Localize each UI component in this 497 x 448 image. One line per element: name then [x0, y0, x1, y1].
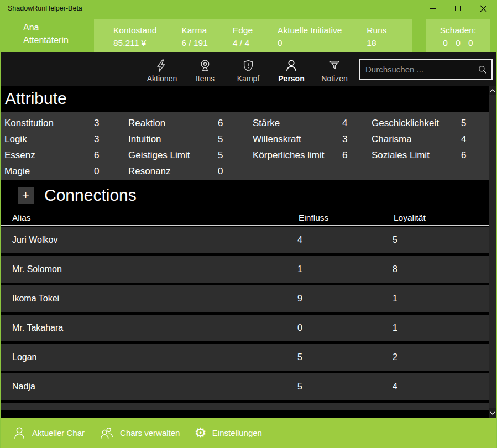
attribute-label: Konstitution: [4, 118, 94, 129]
add-connection-button[interactable]: +: [18, 187, 34, 204]
attribute-geistiges-limit[interactable]: Geistiges Limit5: [128, 147, 253, 163]
connection-alias: Mr. Solomon: [12, 264, 62, 274]
connections-section-title: Connections: [44, 180, 137, 211]
tab-label: Aktionen: [147, 74, 177, 83]
connection-loyalitaet: 8: [393, 264, 397, 274]
table-row[interactable]: Mr. Takahara 0 1: [1, 315, 489, 341]
scroll-down-button[interactable]: [489, 408, 496, 418]
stats-box: Kontostand 85.211 ¥ Karma 6 / 191 Edge 4…: [94, 19, 412, 52]
attribute-value: 5: [218, 150, 223, 161]
column-header-loyalitaet: Loyalität: [394, 213, 426, 223]
attribute-konstitution[interactable]: Konstitution3: [4, 115, 128, 131]
stat-label: Aktuelle Initiative: [278, 24, 342, 36]
attribute-label: Intuition: [128, 134, 218, 145]
tab-label: Person: [278, 74, 304, 83]
tab-items[interactable]: Items: [184, 52, 227, 86]
attribute-value: 5: [461, 118, 466, 129]
damage-box: Schaden: 0 0 0: [426, 19, 490, 52]
table-row[interactable]: Mr. Solomon 1 8: [1, 256, 489, 283]
attribute-reaktion[interactable]: Reaktion6: [128, 115, 253, 131]
damage-label: Schaden:: [426, 24, 490, 36]
maximize-button[interactable]: [445, 0, 470, 17]
connection-loyalitaet: 5: [393, 235, 397, 245]
scroll-up-button[interactable]: [489, 86, 496, 95]
footer-item-label: Einstellungen: [212, 428, 262, 437]
attribute-resonanz[interactable]: Resonanz0: [128, 163, 253, 179]
connection-einfluss: 9: [297, 294, 302, 304]
table-header-divider: [1, 225, 489, 226]
attribute-willenskraft[interactable]: Willenskraft3: [253, 131, 372, 147]
attribute-label: Willenskraft: [253, 134, 342, 145]
attribute-label: Soziales Limit: [372, 150, 461, 161]
tab-label: Notizen: [321, 74, 347, 83]
table-row[interactable]: Nadja 5 4: [1, 373, 489, 400]
attribute-value: 0: [218, 166, 223, 177]
table-row-partial[interactable]: [1, 403, 489, 410]
stat-value: 6 / 191: [181, 36, 207, 50]
connection-loyalitaet: 1: [393, 323, 397, 333]
attribute-value: 6: [94, 150, 99, 161]
attributes-section-title: Attribute: [5, 86, 67, 112]
table-row[interactable]: Logan 5 2: [1, 344, 489, 371]
connection-alias: Juri Wolkov: [12, 235, 57, 245]
minimize-button[interactable]: [420, 0, 445, 17]
attribute-value: 6: [461, 150, 466, 161]
stat-label: Karma: [181, 24, 207, 36]
connections-table: Juri Wolkov 4 5 Mr. Solomon 1 8 Ikoma To…: [1, 227, 489, 410]
attribute-essenz[interactable]: Essenz6: [4, 147, 128, 163]
maximize-icon: [455, 6, 461, 11]
footer-item-aktueller-char[interactable]: Aktueller Char: [12, 426, 85, 440]
footer-item-einstellungen[interactable]: ⚙ Einstellungen: [194, 426, 262, 440]
attribute-geschicklichkeit[interactable]: Geschicklichkeit5: [372, 115, 489, 131]
table-row[interactable]: Ikoma Tokei 9 1: [1, 285, 489, 312]
attribute-value: 3: [94, 118, 99, 129]
attribute-label: Reaktion: [128, 118, 218, 129]
connection-loyalitaet: 1: [393, 294, 397, 304]
search-input[interactable]: [360, 65, 477, 74]
character-header: Ana Attentäterin Kontostand 85.211 ¥ Kar…: [1, 18, 496, 52]
stat-label: Kontostand: [113, 24, 156, 36]
close-button[interactable]: [470, 0, 496, 17]
minimize-icon: [430, 8, 436, 9]
connection-loyalitaet: 4: [393, 382, 397, 392]
search-icon[interactable]: [477, 64, 488, 75]
connection-alias: Ikoma Tokei: [12, 294, 59, 304]
attribute-value: 6: [218, 118, 223, 129]
attribute-label: Körperliches limit: [253, 150, 342, 161]
vertical-scrollbar[interactable]: [489, 86, 496, 418]
tab-notizen[interactable]: Notizen: [313, 52, 356, 86]
shield-exclamation-icon: [241, 59, 255, 73]
table-row[interactable]: Juri Wolkov 4 5: [1, 227, 489, 253]
attribute-koerperliches-limit[interactable]: Körperliches limit6: [253, 147, 372, 163]
close-icon: [480, 5, 487, 12]
attribute-logik[interactable]: Logik3: [4, 131, 128, 147]
tab-person[interactable]: Person: [270, 52, 313, 86]
gear-icon: ⚙: [194, 426, 206, 440]
attribute-charisma[interactable]: Charisma4: [372, 131, 489, 147]
titlebar: ShadowRunHelper-Beta: [1, 0, 496, 18]
attribute-value: 3: [94, 134, 99, 145]
stat-edge: Edge 4 / 4: [233, 24, 253, 52]
attribute-magie[interactable]: Magie0: [4, 163, 128, 179]
lightning-icon: [155, 59, 169, 73]
tab-kampf[interactable]: Kampf: [227, 52, 270, 86]
stat-value: 85.211 ¥: [113, 36, 156, 50]
tab-aktionen[interactable]: Aktionen: [140, 52, 184, 86]
stat-karma: Karma 6 / 191: [181, 24, 207, 52]
window-controls: [420, 0, 496, 17]
footer-item-chars-verwalten[interactable]: Chars verwalten: [99, 426, 180, 440]
footer-bar: Aktueller Char Chars verwalten ⚙ Einstel…: [1, 418, 496, 448]
character-first-name: Ana: [23, 21, 69, 34]
nav-bar: Aktionen Items Kampf Person Notizen: [1, 52, 496, 86]
stat-value: 18: [367, 36, 386, 50]
attribute-label: Magie: [4, 166, 94, 177]
attribute-intuition[interactable]: Intuition5: [128, 131, 253, 147]
attributes-grid: Konstitution3 Reaktion6 Stärke4 Geschick…: [1, 112, 489, 180]
attribute-value: 4: [461, 134, 466, 145]
attribute-soziales-limit[interactable]: Soziales Limit6: [372, 147, 489, 163]
attribute-staerke[interactable]: Stärke4: [253, 115, 372, 131]
people-icon: [99, 426, 114, 440]
attribute-label: Logik: [4, 134, 94, 145]
chevron-down-icon: [490, 411, 495, 415]
stat-kontostand: Kontostand 85.211 ¥: [113, 24, 156, 52]
